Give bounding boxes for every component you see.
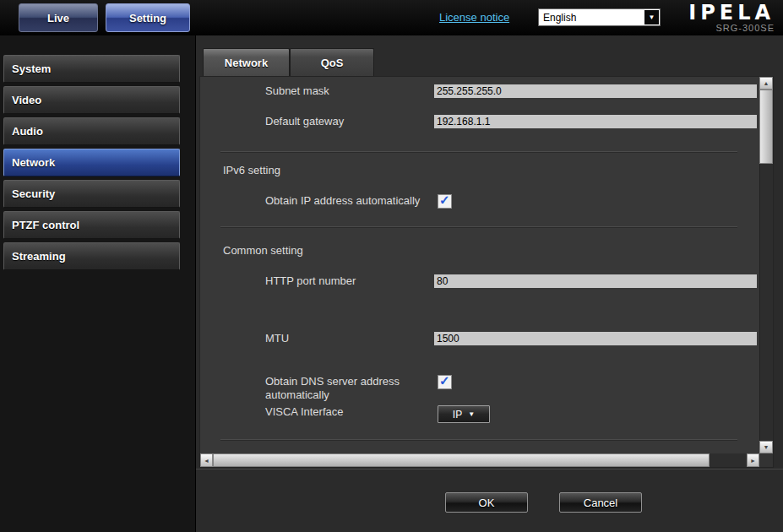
obtain-dns-label: Obtain DNS server address automatically bbox=[265, 375, 434, 402]
http-port-input[interactable] bbox=[434, 274, 757, 288]
arrow-right-icon: ► bbox=[750, 458, 756, 464]
tab-qos-label: QoS bbox=[321, 57, 344, 69]
arrow-up-icon: ▲ bbox=[764, 80, 769, 86]
sidebar-item-video[interactable]: Video bbox=[3, 86, 180, 114]
default-gateway-label: Default gateway bbox=[265, 115, 434, 128]
horizontal-scrollbar-thumb[interactable] bbox=[213, 453, 710, 467]
language-selected-value: English bbox=[543, 12, 576, 24]
sidebar-item-label: Video bbox=[12, 94, 41, 106]
footer-bar: OK Cancel bbox=[196, 469, 783, 532]
ipela-logo: IPELA bbox=[688, 3, 775, 22]
ipv6-section-title: IPv6 setting bbox=[223, 164, 280, 176]
obtain-ip-row: Obtain IP address automatically ✓ bbox=[265, 194, 452, 209]
sidebar-item-label: Streaming bbox=[12, 250, 66, 263]
subnet-mask-input[interactable] bbox=[434, 84, 757, 98]
obtain-ip-checkbox[interactable]: ✓ bbox=[438, 194, 452, 209]
sidebar-item-security[interactable]: Security bbox=[3, 180, 180, 208]
sidebar-item-label: Security bbox=[12, 187, 55, 200]
http-port-row: HTTP port number bbox=[265, 274, 757, 288]
section-divider bbox=[220, 226, 737, 227]
visca-interface-select[interactable]: IP ▼ bbox=[438, 405, 490, 423]
settings-panel: Subnet mask Default gateway IPv6 setting… bbox=[199, 76, 774, 468]
sidebar-item-audio[interactable]: Audio bbox=[3, 117, 180, 145]
mtu-label: MTU bbox=[265, 332, 434, 345]
section-divider bbox=[220, 439, 737, 440]
sidebar-item-streaming[interactable]: Streaming bbox=[3, 242, 180, 270]
sidebar-item-ptzf-control[interactable]: PTZF control bbox=[3, 211, 180, 239]
ok-button[interactable]: OK bbox=[445, 492, 528, 513]
tab-qos[interactable]: QoS bbox=[290, 48, 374, 76]
scroll-left-button[interactable]: ◄ bbox=[200, 453, 213, 467]
arrow-down-icon: ▼ bbox=[764, 444, 769, 450]
scrollbar-corner bbox=[759, 453, 773, 467]
language-select[interactable]: English ▼ bbox=[538, 8, 661, 26]
tab-network-label: Network bbox=[225, 57, 268, 69]
setting-tab-label: Setting bbox=[129, 12, 166, 24]
http-port-label: HTTP port number bbox=[265, 274, 434, 288]
chevron-down-icon[interactable]: ▼ bbox=[644, 10, 659, 24]
top-bar: Live Setting License notice English ▼ IP… bbox=[0, 0, 783, 35]
chevron-down-icon: ▼ bbox=[468, 410, 475, 418]
visca-interface-row: VISCA Interface IP ▼ bbox=[265, 405, 490, 423]
default-gateway-row: Default gateway bbox=[265, 115, 757, 128]
mtu-row: MTU bbox=[265, 332, 757, 345]
obtain-dns-row: Obtain DNS server address automatically … bbox=[265, 375, 452, 402]
sidebar-item-label: Network bbox=[12, 156, 55, 169]
arrow-left-icon: ◄ bbox=[204, 458, 209, 464]
sidebar-item-label: PTZF control bbox=[12, 219, 79, 231]
brand-block: IPELA SRG-300SE bbox=[688, 3, 775, 33]
app-window: Live Setting License notice English ▼ IP… bbox=[0, 0, 783, 532]
subnet-mask-label: Subnet mask bbox=[265, 84, 434, 98]
license-notice-link[interactable]: License notice bbox=[439, 11, 509, 24]
mtu-input[interactable] bbox=[434, 332, 757, 345]
tab-network[interactable]: Network bbox=[203, 48, 290, 76]
section-divider bbox=[220, 151, 737, 152]
sidebar: System Video Audio Network Security PTZF… bbox=[0, 35, 196, 532]
visca-selected-value: IP bbox=[453, 409, 462, 421]
vertical-scrollbar[interactable]: ▲ ▼ bbox=[759, 77, 773, 453]
sidebar-item-label: Audio bbox=[12, 125, 43, 138]
default-gateway-input[interactable] bbox=[434, 115, 757, 128]
sidebar-item-network[interactable]: Network bbox=[3, 149, 180, 176]
check-icon: ✓ bbox=[439, 193, 450, 208]
obtain-dns-checkbox[interactable]: ✓ bbox=[438, 375, 452, 389]
sidebar-item-system[interactable]: System bbox=[3, 55, 180, 83]
cancel-button[interactable]: Cancel bbox=[559, 492, 642, 513]
vertical-scrollbar-thumb[interactable] bbox=[759, 90, 773, 164]
obtain-ip-label: Obtain IP address automatically bbox=[265, 194, 434, 208]
setting-tab-button[interactable]: Setting bbox=[106, 3, 190, 32]
horizontal-scrollbar[interactable]: ◄ ► bbox=[200, 453, 759, 467]
scroll-up-button[interactable]: ▲ bbox=[759, 77, 773, 90]
scroll-right-button[interactable]: ► bbox=[747, 453, 759, 467]
visca-interface-label: VISCA Interface bbox=[265, 405, 434, 419]
live-tab-label: Live bbox=[47, 12, 69, 24]
live-tab-button[interactable]: Live bbox=[19, 3, 98, 32]
scroll-down-button[interactable]: ▼ bbox=[759, 441, 773, 453]
common-section-title: Common setting bbox=[223, 244, 303, 257]
main-content: Network QoS Subnet mask Default gateway … bbox=[196, 35, 783, 532]
sidebar-item-label: System bbox=[12, 62, 51, 75]
form-area: Subnet mask Default gateway IPv6 setting… bbox=[200, 77, 759, 453]
check-icon: ✓ bbox=[439, 373, 450, 388]
subnet-mask-row: Subnet mask bbox=[265, 84, 757, 98]
